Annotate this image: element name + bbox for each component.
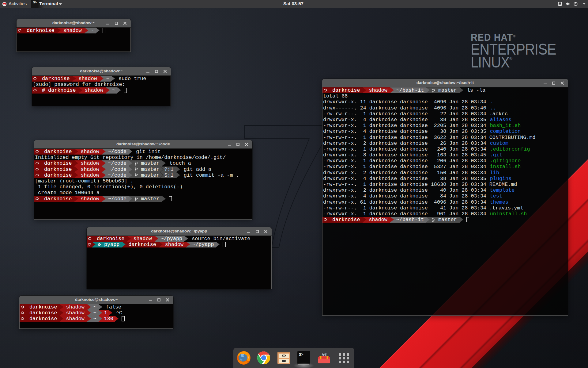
svg-text:$>: $> [299,353,303,357]
